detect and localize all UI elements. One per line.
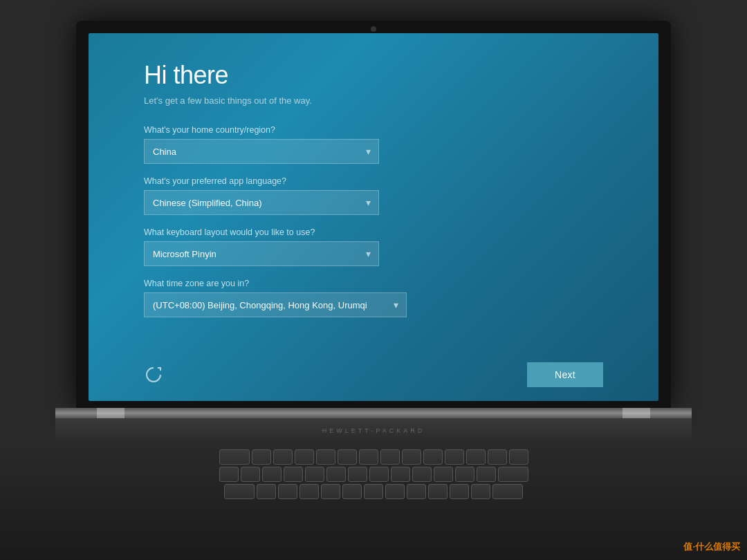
key-f1[interactable]: [252, 449, 271, 465]
key-5[interactable]: [326, 467, 346, 482]
key-7[interactable]: [369, 467, 389, 482]
screen-content: Hi there Let's get a few basic things ou…: [89, 33, 658, 352]
key-2[interactable]: [262, 467, 282, 482]
timezone-group: What time zone are you in? (UTC+08:00) B…: [144, 279, 603, 317]
laptop-body: HEWLETT-PACKARD: [55, 418, 692, 442]
key-f8[interactable]: [402, 449, 421, 465]
key-1[interactable]: [241, 467, 260, 482]
key-f2[interactable]: [273, 449, 293, 465]
language-label: What's your preferred app language?: [144, 176, 603, 186]
key-tab[interactable]: [224, 484, 255, 499]
watermark-text: 值·什么值得买: [683, 541, 740, 552]
keyboard-select[interactable]: Microsoft PinyinUSUK: [144, 241, 379, 266]
key-4[interactable]: [305, 467, 324, 482]
hinge-left: [97, 408, 124, 418]
next-button[interactable]: Next: [527, 362, 603, 387]
key-f10[interactable]: [445, 449, 464, 465]
language-select-wrapper: Chinese (Simplified, China)English (Unit…: [144, 190, 379, 215]
country-select[interactable]: ChinaUnited StatesUnited KingdomJapanGer…: [144, 139, 379, 164]
timezone-select[interactable]: (UTC+08:00) Beijing, Chongqing, Hong Kon…: [144, 292, 407, 317]
key-tilde[interactable]: [219, 467, 239, 482]
screen: Hi there Let's get a few basic things ou…: [89, 33, 658, 401]
key-9[interactable]: [412, 467, 432, 482]
laptop-outer: Hi there Let's get a few basic things ou…: [0, 0, 747, 560]
watermark: 值·什么值得买: [683, 541, 740, 553]
key-del[interactable]: [509, 449, 528, 465]
key-minus[interactable]: [455, 467, 474, 482]
keyboard-group: What keyboard layout would you like to u…: [144, 227, 603, 266]
keyboard-select-wrapper: Microsoft PinyinUSUK: [144, 241, 379, 266]
key-f6[interactable]: [359, 449, 378, 465]
page-title: Hi there: [144, 61, 603, 90]
key-f7[interactable]: [380, 449, 400, 465]
key-equal[interactable]: [477, 467, 496, 482]
laptop-brand: HEWLETT-PACKARD: [322, 427, 425, 434]
key-f3[interactable]: [295, 449, 314, 465]
key-f9[interactable]: [423, 449, 443, 465]
hinge-right: [622, 408, 650, 418]
key-backspace[interactable]: [498, 467, 528, 482]
screen-footer: Next: [89, 352, 658, 401]
keyboard-area: [0, 442, 747, 560]
key-f4[interactable]: [316, 449, 335, 465]
keyboard-label: What keyboard layout would you like to u…: [144, 227, 603, 237]
country-group: What's your home country/region? ChinaUn…: [144, 125, 603, 164]
key-3[interactable]: [284, 467, 303, 482]
page-subtitle: Let's get a few basic things out of the …: [144, 95, 603, 106]
timezone-label: What time zone are you in?: [144, 279, 603, 288]
refresh-svg: [144, 365, 163, 384]
timezone-select-wrapper: (UTC+08:00) Beijing, Chongqing, Hong Kon…: [144, 292, 407, 317]
refresh-icon[interactable]: [144, 365, 163, 384]
key-f11[interactable]: [466, 449, 486, 465]
key-8[interactable]: [391, 467, 410, 482]
country-label: What's your home country/region?: [144, 125, 603, 135]
keyboard-row-1: [219, 449, 528, 465]
laptop-hinge: [55, 408, 692, 418]
key-enter[interactable]: [492, 484, 523, 499]
keyboard-row-2: [219, 467, 528, 482]
language-select[interactable]: Chinese (Simplified, China)English (Unit…: [144, 190, 379, 215]
key-esc[interactable]: [219, 449, 250, 465]
language-group: What's your preferred app language? Chin…: [144, 176, 603, 215]
keyboard-row-3: [224, 484, 523, 499]
key-f12[interactable]: [488, 449, 507, 465]
key-6[interactable]: [348, 467, 367, 482]
key-0[interactable]: [434, 467, 453, 482]
screen-bezel: Hi there Let's get a few basic things ou…: [76, 21, 671, 408]
key-f5[interactable]: [338, 449, 357, 465]
country-select-wrapper: ChinaUnited StatesUnited KingdomJapanGer…: [144, 139, 379, 164]
